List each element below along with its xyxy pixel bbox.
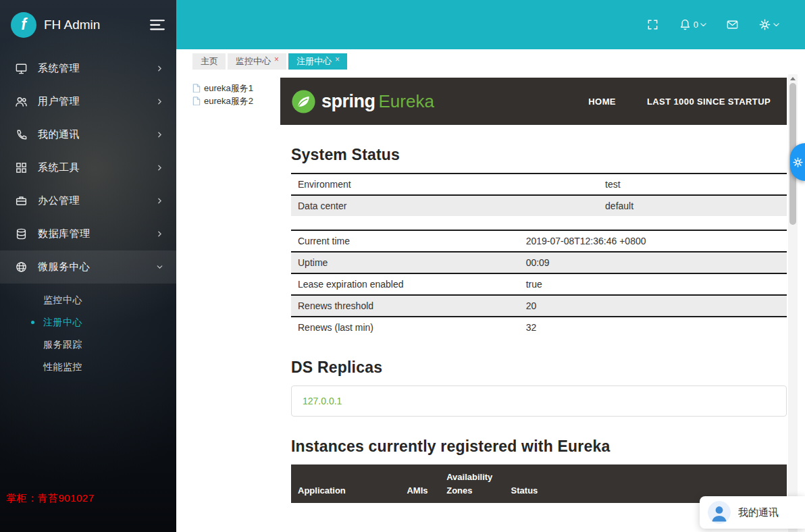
row-value: 20 bbox=[519, 295, 787, 317]
vertical-scrollbar[interactable] bbox=[788, 74, 798, 532]
sidebar-item-database-mgmt[interactable]: 数据库管理 bbox=[0, 217, 176, 250]
row-label: Current time bbox=[291, 230, 519, 252]
tree-item-eureka-service-1[interactable]: eureka服务1 bbox=[192, 82, 280, 95]
sidebar-subitem-service-trace[interactable]: 服务跟踪 bbox=[0, 334, 176, 356]
app-window: f FH Admin 系统管理 用户管理 bbox=[0, 0, 805, 532]
row-label: Environment bbox=[291, 174, 598, 195]
sidebar-item-user-mgmt[interactable]: 用户管理 bbox=[0, 85, 176, 118]
nav-home-link[interactable]: HOME bbox=[588, 97, 616, 107]
notification-count: 0 bbox=[694, 20, 698, 30]
brand-logo-letter: f bbox=[21, 16, 26, 34]
sidebar-subitem-monitor-center[interactable]: 监控中心 bbox=[0, 289, 176, 311]
table-row: Lease expiration enabled true bbox=[291, 273, 787, 295]
notifications-button[interactable]: 0 bbox=[679, 18, 706, 31]
sidebar-item-label: 我的通讯 bbox=[38, 128, 155, 141]
eureka-wordmark: Eureka bbox=[379, 91, 434, 112]
sidebar-item-office-mgmt[interactable]: 办公管理 bbox=[0, 184, 176, 217]
tab-label: 监控中心 bbox=[236, 57, 271, 66]
row-label: Lease expiration enabled bbox=[291, 273, 519, 295]
chevron-down-icon bbox=[155, 263, 164, 271]
caret-down-icon bbox=[773, 23, 779, 27]
replica-link[interactable]: 127.0.0.1 bbox=[303, 396, 342, 406]
topbar: 0 bbox=[176, 0, 805, 49]
table-row: Current time 2019-07-08T12:36:46 +0800 bbox=[291, 230, 787, 252]
file-icon bbox=[192, 97, 201, 106]
environment-table: Environment test Data center default bbox=[291, 173, 787, 216]
sidebar-subitem-label: 注册中心 bbox=[43, 317, 82, 329]
sidebar-brand-row: f FH Admin bbox=[0, 0, 176, 49]
eureka-body: System Status Environment test Data cent… bbox=[280, 146, 787, 503]
ds-replicas-heading: DS Replicas bbox=[291, 358, 787, 377]
table-row: Environment test bbox=[291, 174, 787, 195]
table-row: Renews threshold 20 bbox=[291, 295, 787, 317]
chat-widget-label: 我的通讯 bbox=[738, 506, 779, 519]
tree-item-label: eureka服务2 bbox=[204, 95, 253, 107]
fullscreen-button[interactable] bbox=[646, 18, 659, 31]
tab-label: 注册中心 bbox=[296, 57, 332, 66]
sidebar-item-label: 系统管理 bbox=[38, 62, 155, 75]
close-icon[interactable]: × bbox=[274, 55, 279, 64]
eureka-panel: spring Eureka HOME LAST 1000 SINCE START… bbox=[280, 78, 787, 532]
sidebar-item-system-mgmt[interactable]: 系统管理 bbox=[0, 52, 176, 85]
chevron-right-icon bbox=[155, 163, 164, 172]
close-icon[interactable]: × bbox=[335, 55, 340, 64]
nav-last-1000-link[interactable]: LAST 1000 SINCE STARTUP bbox=[647, 97, 771, 107]
shopkeeper-footer-text: 掌柜：青苔901027 bbox=[6, 492, 95, 505]
row-label: Renews (last min) bbox=[291, 317, 519, 338]
settings-button[interactable] bbox=[758, 18, 779, 31]
tab-registry-center[interactable]: 注册中心 × bbox=[288, 53, 347, 70]
row-value: default bbox=[598, 195, 787, 216]
row-value: 2019-07-08T12:36:46 +0800 bbox=[519, 230, 787, 252]
column-header-availability-zones: Availability Zones bbox=[440, 464, 504, 503]
sidebar-subitem-performance-monitor[interactable]: 性能监控 bbox=[0, 356, 176, 378]
row-value: test bbox=[598, 174, 787, 195]
file-icon bbox=[192, 84, 201, 93]
grid-icon bbox=[15, 161, 28, 174]
service-tree: eureka服务1 eureka服务2 bbox=[192, 78, 280, 107]
sidebar-subitem-registry-center[interactable]: 注册中心 bbox=[0, 311, 176, 334]
avatar bbox=[708, 501, 731, 524]
sidebar-subitem-label: 服务跟踪 bbox=[43, 339, 82, 351]
scroll-up-icon[interactable] bbox=[790, 77, 796, 80]
tab-home[interactable]: 主页 bbox=[192, 53, 226, 70]
sidebar-subitem-label: 监控中心 bbox=[43, 294, 82, 307]
table-row: Uptime 00:09 bbox=[291, 252, 787, 273]
sidebar-item-label: 用户管理 bbox=[38, 95, 155, 108]
tab-monitor-center[interactable]: 监控中心 × bbox=[228, 53, 286, 70]
chat-widget[interactable]: 我的通讯 bbox=[700, 496, 805, 529]
brand-title: FH Admin bbox=[44, 18, 149, 32]
sidebar-item-label: 办公管理 bbox=[38, 194, 155, 207]
eureka-nav: HOME LAST 1000 SINCE STARTUP bbox=[588, 97, 771, 107]
sidebar-item-label: 微服务中心 bbox=[38, 261, 155, 273]
replica-box: 127.0.0.1 bbox=[291, 385, 787, 417]
briefcase-icon bbox=[15, 194, 28, 207]
fullscreen-icon bbox=[646, 18, 659, 31]
spring-wordmark: spring bbox=[321, 91, 375, 112]
tab-label: 主页 bbox=[201, 57, 218, 66]
menu-fold-icon[interactable] bbox=[149, 18, 165, 32]
database-icon bbox=[15, 228, 28, 240]
bell-icon bbox=[679, 18, 692, 31]
phone-icon bbox=[15, 128, 28, 141]
messages-button[interactable] bbox=[726, 18, 739, 31]
tree-item-eureka-service-2[interactable]: eureka服务2 bbox=[192, 95, 280, 107]
sidebar-menu: 系统管理 用户管理 我的通讯 bbox=[0, 52, 176, 382]
row-value: true bbox=[519, 273, 787, 295]
sidebar-item-label: 数据库管理 bbox=[38, 228, 155, 240]
row-value: 32 bbox=[519, 317, 787, 338]
sidebar-item-microservice-center[interactable]: 微服务中心 bbox=[0, 250, 176, 284]
globe-icon bbox=[15, 261, 28, 273]
sidebar-subitem-label: 性能监控 bbox=[43, 361, 82, 373]
row-label: Data center bbox=[291, 195, 598, 216]
system-status-heading: System Status bbox=[291, 146, 787, 164]
caret-down-icon bbox=[700, 23, 706, 27]
table-row: Data center default bbox=[291, 195, 787, 216]
row-label: Renews threshold bbox=[291, 295, 519, 317]
users-icon bbox=[15, 95, 28, 108]
gear-icon bbox=[758, 18, 771, 31]
sidebar-item-system-tools[interactable]: 系统工具 bbox=[0, 151, 176, 184]
active-bullet bbox=[31, 321, 34, 324]
sidebar-item-my-contacts[interactable]: 我的通讯 bbox=[0, 118, 176, 151]
envelope-icon bbox=[726, 18, 739, 31]
chevron-right-icon bbox=[155, 130, 164, 139]
